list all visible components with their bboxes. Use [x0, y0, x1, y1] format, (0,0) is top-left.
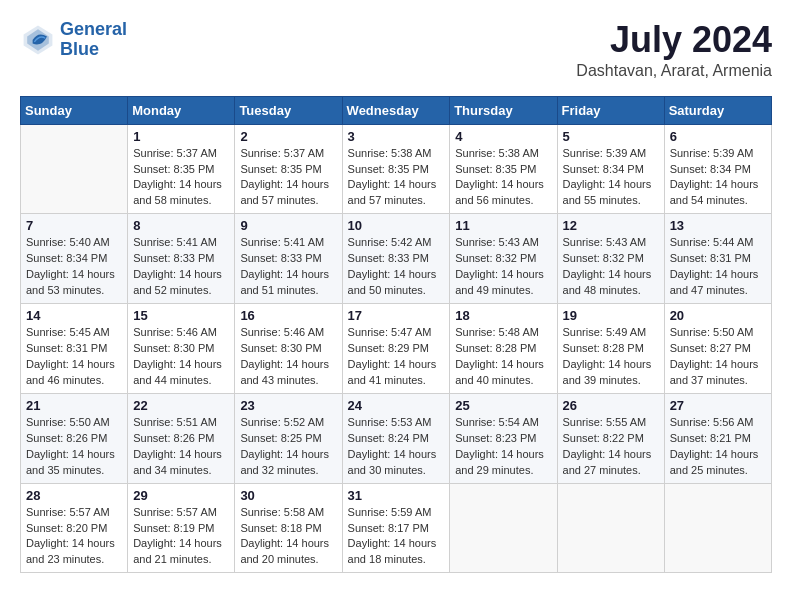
day-info: Sunrise: 5:50 AM Sunset: 8:26 PM Dayligh… — [26, 415, 122, 479]
day-number: 17 — [348, 308, 445, 323]
calendar-cell: 13Sunrise: 5:44 AM Sunset: 8:31 PM Dayli… — [664, 214, 771, 304]
day-info: Sunrise: 5:37 AM Sunset: 8:35 PM Dayligh… — [133, 146, 229, 210]
header: General Blue July 2024 Dashtavan, Ararat… — [20, 20, 772, 80]
calendar-cell — [557, 483, 664, 573]
calendar-week-row: 14Sunrise: 5:45 AM Sunset: 8:31 PM Dayli… — [21, 304, 772, 394]
day-number: 12 — [563, 218, 659, 233]
day-info: Sunrise: 5:42 AM Sunset: 8:33 PM Dayligh… — [348, 235, 445, 299]
day-number: 6 — [670, 129, 766, 144]
day-number: 21 — [26, 398, 122, 413]
calendar-cell — [664, 483, 771, 573]
calendar-cell: 11Sunrise: 5:43 AM Sunset: 8:32 PM Dayli… — [450, 214, 557, 304]
calendar-week-row: 7Sunrise: 5:40 AM Sunset: 8:34 PM Daylig… — [21, 214, 772, 304]
calendar-cell: 23Sunrise: 5:52 AM Sunset: 8:25 PM Dayli… — [235, 393, 342, 483]
calendar-cell: 21Sunrise: 5:50 AM Sunset: 8:26 PM Dayli… — [21, 393, 128, 483]
day-number: 11 — [455, 218, 551, 233]
calendar-cell — [21, 124, 128, 214]
calendar-cell: 27Sunrise: 5:56 AM Sunset: 8:21 PM Dayli… — [664, 393, 771, 483]
calendar-cell: 1Sunrise: 5:37 AM Sunset: 8:35 PM Daylig… — [128, 124, 235, 214]
day-info: Sunrise: 5:50 AM Sunset: 8:27 PM Dayligh… — [670, 325, 766, 389]
day-number: 20 — [670, 308, 766, 323]
calendar-cell: 17Sunrise: 5:47 AM Sunset: 8:29 PM Dayli… — [342, 304, 450, 394]
day-info: Sunrise: 5:52 AM Sunset: 8:25 PM Dayligh… — [240, 415, 336, 479]
day-number: 8 — [133, 218, 229, 233]
day-info: Sunrise: 5:40 AM Sunset: 8:34 PM Dayligh… — [26, 235, 122, 299]
day-info: Sunrise: 5:53 AM Sunset: 8:24 PM Dayligh… — [348, 415, 445, 479]
calendar-week-row: 1Sunrise: 5:37 AM Sunset: 8:35 PM Daylig… — [21, 124, 772, 214]
calendar-cell: 20Sunrise: 5:50 AM Sunset: 8:27 PM Dayli… — [664, 304, 771, 394]
day-info: Sunrise: 5:59 AM Sunset: 8:17 PM Dayligh… — [348, 505, 445, 569]
day-info: Sunrise: 5:39 AM Sunset: 8:34 PM Dayligh… — [563, 146, 659, 210]
day-info: Sunrise: 5:55 AM Sunset: 8:22 PM Dayligh… — [563, 415, 659, 479]
day-number: 10 — [348, 218, 445, 233]
day-info: Sunrise: 5:38 AM Sunset: 8:35 PM Dayligh… — [455, 146, 551, 210]
day-number: 22 — [133, 398, 229, 413]
location: Dashtavan, Ararat, Armenia — [576, 62, 772, 80]
calendar-cell: 28Sunrise: 5:57 AM Sunset: 8:20 PM Dayli… — [21, 483, 128, 573]
calendar-cell: 26Sunrise: 5:55 AM Sunset: 8:22 PM Dayli… — [557, 393, 664, 483]
day-number: 13 — [670, 218, 766, 233]
day-info: Sunrise: 5:39 AM Sunset: 8:34 PM Dayligh… — [670, 146, 766, 210]
day-number: 18 — [455, 308, 551, 323]
day-number: 5 — [563, 129, 659, 144]
calendar-cell: 7Sunrise: 5:40 AM Sunset: 8:34 PM Daylig… — [21, 214, 128, 304]
day-number: 15 — [133, 308, 229, 323]
day-info: Sunrise: 5:46 AM Sunset: 8:30 PM Dayligh… — [240, 325, 336, 389]
weekday-header-sunday: Sunday — [21, 96, 128, 124]
calendar-table: SundayMondayTuesdayWednesdayThursdayFrid… — [20, 96, 772, 574]
day-info: Sunrise: 5:57 AM Sunset: 8:20 PM Dayligh… — [26, 505, 122, 569]
day-number: 23 — [240, 398, 336, 413]
day-number: 3 — [348, 129, 445, 144]
day-number: 24 — [348, 398, 445, 413]
day-info: Sunrise: 5:57 AM Sunset: 8:19 PM Dayligh… — [133, 505, 229, 569]
day-number: 14 — [26, 308, 122, 323]
calendar-cell: 9Sunrise: 5:41 AM Sunset: 8:33 PM Daylig… — [235, 214, 342, 304]
weekday-header-thursday: Thursday — [450, 96, 557, 124]
calendar-week-row: 28Sunrise: 5:57 AM Sunset: 8:20 PM Dayli… — [21, 483, 772, 573]
calendar-cell: 3Sunrise: 5:38 AM Sunset: 8:35 PM Daylig… — [342, 124, 450, 214]
day-info: Sunrise: 5:43 AM Sunset: 8:32 PM Dayligh… — [455, 235, 551, 299]
calendar-cell: 15Sunrise: 5:46 AM Sunset: 8:30 PM Dayli… — [128, 304, 235, 394]
day-number: 7 — [26, 218, 122, 233]
logo: General Blue — [20, 20, 127, 60]
calendar-cell: 29Sunrise: 5:57 AM Sunset: 8:19 PM Dayli… — [128, 483, 235, 573]
weekday-header-friday: Friday — [557, 96, 664, 124]
day-info: Sunrise: 5:58 AM Sunset: 8:18 PM Dayligh… — [240, 505, 336, 569]
weekday-header-monday: Monday — [128, 96, 235, 124]
day-number: 27 — [670, 398, 766, 413]
day-info: Sunrise: 5:51 AM Sunset: 8:26 PM Dayligh… — [133, 415, 229, 479]
day-info: Sunrise: 5:45 AM Sunset: 8:31 PM Dayligh… — [26, 325, 122, 389]
day-info: Sunrise: 5:38 AM Sunset: 8:35 PM Dayligh… — [348, 146, 445, 210]
calendar-cell: 8Sunrise: 5:41 AM Sunset: 8:33 PM Daylig… — [128, 214, 235, 304]
day-info: Sunrise: 5:56 AM Sunset: 8:21 PM Dayligh… — [670, 415, 766, 479]
calendar-cell: 19Sunrise: 5:49 AM Sunset: 8:28 PM Dayli… — [557, 304, 664, 394]
day-number: 29 — [133, 488, 229, 503]
weekday-header-tuesday: Tuesday — [235, 96, 342, 124]
day-info: Sunrise: 5:43 AM Sunset: 8:32 PM Dayligh… — [563, 235, 659, 299]
month-year: July 2024 — [576, 20, 772, 60]
title-block: July 2024 Dashtavan, Ararat, Armenia — [576, 20, 772, 80]
calendar-cell: 5Sunrise: 5:39 AM Sunset: 8:34 PM Daylig… — [557, 124, 664, 214]
calendar-cell: 30Sunrise: 5:58 AM Sunset: 8:18 PM Dayli… — [235, 483, 342, 573]
day-info: Sunrise: 5:54 AM Sunset: 8:23 PM Dayligh… — [455, 415, 551, 479]
calendar-cell: 18Sunrise: 5:48 AM Sunset: 8:28 PM Dayli… — [450, 304, 557, 394]
calendar-cell: 31Sunrise: 5:59 AM Sunset: 8:17 PM Dayli… — [342, 483, 450, 573]
calendar-cell: 6Sunrise: 5:39 AM Sunset: 8:34 PM Daylig… — [664, 124, 771, 214]
day-number: 19 — [563, 308, 659, 323]
calendar-cell: 25Sunrise: 5:54 AM Sunset: 8:23 PM Dayli… — [450, 393, 557, 483]
calendar-week-row: 21Sunrise: 5:50 AM Sunset: 8:26 PM Dayli… — [21, 393, 772, 483]
day-number: 2 — [240, 129, 336, 144]
weekday-header-wednesday: Wednesday — [342, 96, 450, 124]
calendar-cell: 14Sunrise: 5:45 AM Sunset: 8:31 PM Dayli… — [21, 304, 128, 394]
day-number: 9 — [240, 218, 336, 233]
calendar-cell: 12Sunrise: 5:43 AM Sunset: 8:32 PM Dayli… — [557, 214, 664, 304]
day-number: 16 — [240, 308, 336, 323]
calendar-cell — [450, 483, 557, 573]
day-number: 28 — [26, 488, 122, 503]
calendar-cell: 24Sunrise: 5:53 AM Sunset: 8:24 PM Dayli… — [342, 393, 450, 483]
day-info: Sunrise: 5:41 AM Sunset: 8:33 PM Dayligh… — [240, 235, 336, 299]
calendar-cell: 22Sunrise: 5:51 AM Sunset: 8:26 PM Dayli… — [128, 393, 235, 483]
day-info: Sunrise: 5:41 AM Sunset: 8:33 PM Dayligh… — [133, 235, 229, 299]
day-number: 4 — [455, 129, 551, 144]
day-info: Sunrise: 5:37 AM Sunset: 8:35 PM Dayligh… — [240, 146, 336, 210]
